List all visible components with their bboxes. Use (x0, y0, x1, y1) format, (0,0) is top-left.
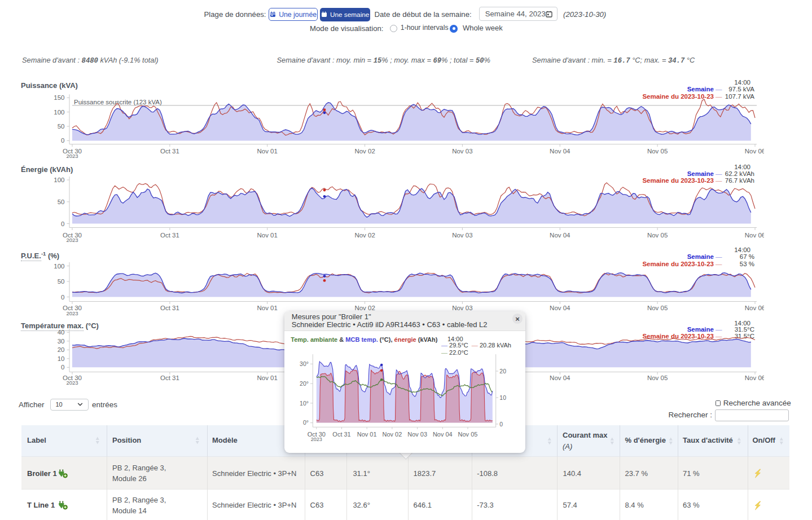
svg-text:Oct 31: Oct 31 (333, 431, 351, 438)
svg-text:Nov 01: Nov 01 (257, 374, 277, 381)
svg-text:10: 10 (500, 395, 507, 401)
svg-text:Nov 06: Nov 06 (745, 232, 764, 239)
svg-text:0: 0 (61, 294, 64, 301)
svg-text:Nov 05: Nov 05 (647, 232, 668, 239)
svg-text:Nov 05: Nov 05 (458, 431, 478, 438)
svg-text:20: 20 (500, 368, 507, 374)
svg-text:Nov 03: Nov 03 (452, 148, 472, 155)
svg-text:Nov 05: Nov 05 (647, 148, 668, 155)
svg-text:Nov 05: Nov 05 (647, 374, 668, 381)
svg-text:50: 50 (58, 278, 65, 285)
svg-text:Nov 04: Nov 04 (433, 431, 453, 438)
svg-text:Nov 06: Nov 06 (745, 374, 764, 381)
svg-text:Oct 31: Oct 31 (160, 148, 179, 155)
svg-text:Nov 04: Nov 04 (550, 305, 570, 311)
svg-text:50: 50 (58, 199, 65, 205)
svg-text:Nov 04: Nov 04 (550, 232, 570, 239)
svg-text:0: 0 (61, 137, 64, 144)
svg-text:Nov 04: Nov 04 (550, 374, 570, 381)
svg-text:Nov 03: Nov 03 (452, 305, 472, 311)
svg-text:40: 40 (58, 329, 65, 336)
svg-text:Nov 06: Nov 06 (745, 148, 764, 155)
svg-text:150: 150 (54, 94, 64, 101)
svg-text:Oct 31: Oct 31 (160, 374, 179, 381)
svg-text:0: 0 (61, 364, 64, 371)
svg-text:50: 50 (58, 123, 65, 130)
svg-text:2023: 2023 (311, 437, 322, 442)
svg-text:0: 0 (500, 421, 503, 427)
svg-text:100: 100 (54, 177, 64, 183)
svg-text:2023: 2023 (66, 380, 78, 386)
svg-text:Nov 02: Nov 02 (354, 305, 375, 311)
svg-text:30: 30 (58, 338, 65, 345)
svg-text:Nov 01: Nov 01 (257, 232, 277, 239)
svg-text:2023: 2023 (66, 153, 78, 159)
svg-text:20: 20 (58, 346, 65, 353)
svg-text:Nov 04: Nov 04 (550, 148, 570, 155)
svg-text:Nov 01: Nov 01 (257, 148, 277, 155)
svg-text:Nov 02: Nov 02 (354, 232, 375, 239)
svg-text:10°: 10° (300, 400, 309, 406)
svg-text:0°: 0° (303, 420, 309, 426)
svg-text:Nov 01: Nov 01 (257, 305, 277, 311)
svg-text:Nov 06: Nov 06 (745, 305, 764, 311)
svg-text:Oct 31: Oct 31 (160, 305, 179, 311)
svg-text:Oct 31: Oct 31 (160, 232, 179, 239)
svg-text:0: 0 (61, 221, 64, 227)
svg-text:Nov 02: Nov 02 (354, 148, 375, 155)
svg-text:Nov 01: Nov 01 (357, 431, 377, 438)
svg-text:Nov 02: Nov 02 (383, 431, 402, 438)
svg-text:2023: 2023 (66, 310, 78, 316)
svg-text:10: 10 (58, 355, 65, 362)
svg-text:30°: 30° (300, 361, 309, 367)
svg-text:Nov 03: Nov 03 (408, 431, 428, 438)
svg-text:20°: 20° (300, 381, 309, 387)
svg-text:100: 100 (54, 109, 64, 116)
svg-text:100: 100 (54, 263, 64, 270)
svg-text:Nov 03: Nov 03 (452, 232, 472, 239)
svg-text:Nov 05: Nov 05 (647, 305, 668, 311)
svg-text:2023: 2023 (66, 237, 78, 243)
